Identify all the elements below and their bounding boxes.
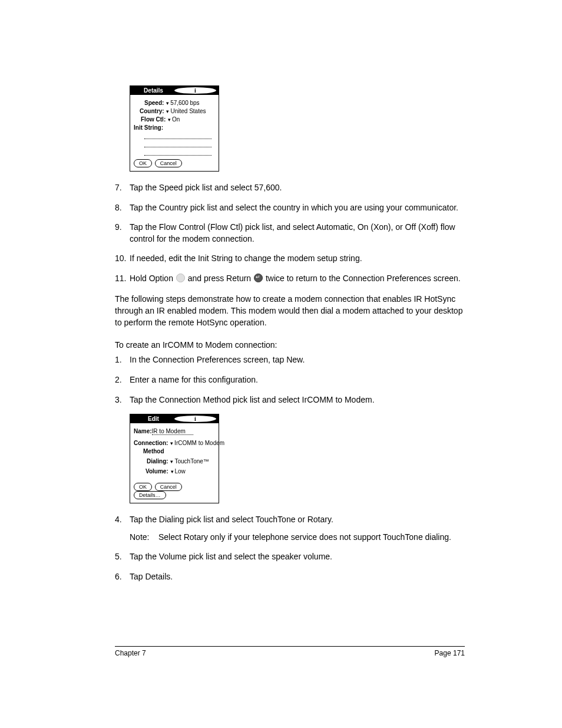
details-button[interactable]: Details… [134,491,166,499]
note-label: Note: [130,532,156,543]
step-number: 7. [115,182,130,194]
return-key-icon [254,274,263,282]
name-label: Name: [134,428,152,434]
step-number: 6. [115,571,130,583]
dialog-titlebar: Edit i [130,414,219,423]
steps-list-1: 7. Tap the Speed pick list and select 57… [115,182,465,285]
country-picklist[interactable]: United States [166,108,206,114]
step-text: Hold Option and press Return twice to re… [130,273,465,285]
cancel-button[interactable]: Cancel [155,483,182,491]
step-number: 3. [115,394,130,406]
info-icon: i [174,87,216,94]
step-number: 1. [115,354,130,366]
init-string-label: Init String: [134,124,163,131]
footer-chapter: Chapter 7 [115,649,146,657]
step-number: 8. [115,202,130,214]
footer-page: Page 171 [435,649,465,657]
ok-button[interactable]: OK [134,159,152,167]
step-text: In the Connection Preferences screen, ta… [130,354,465,366]
paragraph: The following steps demonstrate how to c… [115,293,465,329]
step-number: 4. [115,514,130,543]
step-number: 5. [115,551,130,563]
country-label: Country: [140,108,164,114]
step-number: 9. [115,222,130,245]
flowctl-picklist[interactable]: On [167,116,180,123]
init-string-line1[interactable] [144,133,211,139]
dialog-titlebar: Details i [130,86,219,95]
steps-list-3: 4. Tap the Dialing pick list and select … [115,514,465,582]
dialing-picklist[interactable]: TouchTone™ [170,458,209,465]
step-text: Tap the Volume pick list and select the … [130,551,465,563]
step-text: Tap the Country pick list and select the… [130,202,465,214]
method-label: Method [143,448,164,454]
name-field[interactable]: IR to Modem [152,428,193,435]
cancel-button[interactable]: Cancel [155,159,182,167]
volume-picklist[interactable]: Low [170,468,186,475]
dialog-title: Edit [133,416,174,422]
init-string-line2[interactable] [144,141,211,147]
volume-label: Volume: [146,468,168,475]
flowctl-label: Flow Ctl: [141,116,166,123]
step-text: Tap the Connection Method pick list and … [130,394,465,406]
init-string-line3[interactable] [144,149,211,156]
page-footer: Chapter 7 Page 171 [115,646,465,657]
palm-edit-dialog: Edit i Name:IR to Modem Connection: IrCO… [130,414,219,503]
step-number: 10. [115,253,130,265]
steps-list-2: 1. In the Connection Preferences screen,… [115,354,465,406]
ok-button[interactable]: OK [134,483,152,491]
dialing-label: Dialing: [147,458,168,465]
subheading: To create an IrCOMM to Modem connection: [115,340,465,350]
palm-details-dialog: Details i Speed: 57,600 bps Country: Uni… [130,85,219,172]
step-text: Tap the Dialing pick list and select Tou… [130,514,465,543]
step-number: 2. [115,374,130,386]
step-text: If needed, edit the Init String to chang… [130,253,465,265]
connection-label: Connection: [134,440,168,446]
dialog-title: Details [133,87,174,94]
speed-picklist[interactable]: 57,600 bps [166,100,200,106]
step-text: Tap the Speed pick list and select 57,60… [130,182,465,194]
step-text: Enter a name for this configuration. [130,374,465,386]
step-text: Tap the Flow Control (Flow Ctl) pick lis… [130,222,465,245]
step-number: 11. [115,273,130,285]
info-icon: i [174,416,216,422]
note-text: Select Rotary only if your telephone ser… [158,532,451,542]
speed-label: Speed: [144,100,164,106]
connection-method-picklist[interactable]: IrCOMM to Modem [170,440,224,446]
step-text: Tap Details. [130,571,465,583]
option-key-icon [176,274,185,282]
